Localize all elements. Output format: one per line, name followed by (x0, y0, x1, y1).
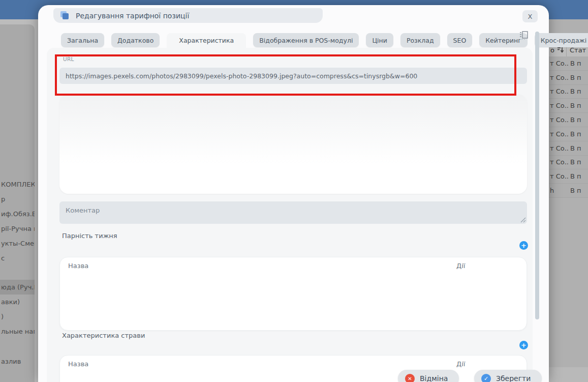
tab-label: Загальна (67, 37, 98, 44)
cancel-button-label: Відміна (420, 374, 448, 382)
tab-label: Крос-продажі (541, 37, 587, 44)
sidebar-item-label: льные нап (1, 328, 35, 335)
tab-label: Додатково (117, 37, 153, 44)
cancel-icon: ✕ (405, 374, 415, 382)
actions-column-header: Дії (456, 262, 465, 270)
tab[interactable]: Характеристика (167, 33, 246, 48)
background-left-area: КОМПЛЕК р иф.Обяз.Вв рії-Ручна ц укты-См… (0, 19, 38, 382)
table-row[interactable]: т Со... В п (549, 56, 588, 71)
row-name-cell: т Со... (549, 172, 569, 180)
tab-bar: Загальна Додатково Характеристика Відобр… (61, 33, 588, 48)
sidebar-item[interactable]: азлив (0, 354, 35, 369)
save-button[interactable]: ✓ Зберегти (474, 370, 542, 382)
sidebar-item-label: ) (1, 313, 4, 320)
tab-content-panel: URL Парність тижня + Назва Дії Характери… (47, 48, 533, 382)
name-column-header: Назва (68, 262, 88, 270)
sidebar-item[interactable]: укты-Смен (0, 236, 35, 251)
tab-label: Характеристика (179, 37, 234, 44)
sidebar-item[interactable]: рії-Ручна ц (0, 221, 35, 236)
tab-label: Кейтеринг (485, 37, 521, 44)
comment-textarea[interactable] (59, 201, 527, 224)
duplicate-form-icon[interactable] (519, 31, 529, 41)
background-table-area: о Стат т Со... В п т Со... В п т Со... В… (549, 19, 588, 382)
row-name-cell: т Со... (549, 87, 569, 95)
row-status-cell: В п (569, 116, 581, 124)
row-status-cell: В п (569, 87, 581, 95)
sidebar-item-label: КОМПЛЕК (1, 181, 35, 188)
url-input[interactable] (59, 68, 527, 84)
tab[interactable]: Додатково (111, 33, 160, 47)
add-week-parity-button[interactable]: + (519, 241, 528, 250)
tab[interactable]: Ціни (366, 33, 393, 47)
sidebar-item[interactable]: ) (0, 309, 35, 324)
row-name-cell: т Со... (549, 158, 569, 166)
row-name-cell: т Со... (549, 60, 569, 67)
edit-tariff-position-modal: Редагування тарифної позиції X Загальна … (38, 5, 549, 382)
week-parity-label: Парність тижня (62, 232, 117, 240)
screen: КОМПЛЕК р иф.Обяз.Вв рії-Ручна ц укты-См… (0, 0, 588, 382)
dish-characteristics-label: Характеристика страви (62, 332, 145, 339)
tab-label: Ціни (372, 37, 387, 44)
sidebar-item-label: иф.Обяз.Вв (1, 210, 35, 218)
background-sidebar-list: КОМПЛЕК р иф.Обяз.Вв рії-Ручна ц укты-См… (0, 177, 35, 369)
table-row[interactable]: т Со... В п (549, 169, 588, 184)
table-row[interactable]: h В п (549, 184, 588, 198)
row-status-cell: В п (569, 144, 581, 152)
sidebar-item[interactable]: иф.Обяз.Вв (0, 207, 35, 221)
row-status-cell: В п (569, 158, 581, 166)
row-name-cell: т Со... (549, 116, 569, 124)
row-name-cell: т Со... (549, 130, 569, 138)
sidebar-item[interactable]: юда (Руч.Ц (0, 280, 35, 295)
table-row[interactable]: т Со... В п (549, 141, 588, 156)
table-row[interactable]: т Со... В п (549, 113, 588, 127)
modal-title-bar: Редагування тарифної позиції (53, 8, 323, 23)
actions-column-header: Дії (456, 360, 465, 368)
name-column-header: Назва (68, 360, 88, 368)
sidebar-item[interactable]: КОМПЛЕК (0, 177, 35, 192)
table-row[interactable]: т Со... В п (549, 127, 588, 141)
modal-title: Редагування тарифної позиції (76, 12, 189, 20)
background-bottom-band (549, 367, 588, 382)
save-icon: ✓ (481, 374, 491, 382)
tab[interactable]: Загальна (61, 33, 104, 47)
sidebar-item[interactable]: с (0, 251, 35, 266)
row-name-cell: т Со... (549, 74, 569, 81)
background-table-rows: т Со... В п т Со... В п т Со... В п т Со… (549, 56, 588, 198)
tab[interactable]: Відображення в POS-модулі (253, 33, 359, 47)
table-row[interactable]: т Со... В п (549, 85, 588, 99)
modal-scrollbar[interactable] (535, 32, 539, 319)
url-field-label: URL (63, 56, 74, 62)
dish-characteristics-table-header: Назва Дії (60, 356, 527, 373)
tab-label: Розклад (407, 37, 434, 44)
sidebar-item-label: рії-Ручна ц (1, 225, 35, 232)
tab[interactable]: Крос-продажі (535, 33, 588, 47)
table-row[interactable]: т Со... В п (549, 99, 588, 113)
sidebar-item-label: юда (Руч.Ц (1, 283, 35, 291)
row-name-cell: т Со... (549, 102, 569, 109)
sidebar-item-label: укты-Смен (1, 240, 35, 247)
sidebar-item[interactable]: авки) (0, 295, 35, 309)
sidebar-item-label: р (1, 195, 5, 203)
row-status-cell: В п (569, 187, 581, 194)
table-row[interactable]: т Со... В п (549, 71, 588, 85)
sidebar-item[interactable]: льные нап (0, 324, 35, 339)
add-dish-characteristic-button[interactable]: + (519, 341, 528, 349)
tab[interactable]: Розклад (400, 33, 440, 47)
cancel-button[interactable]: ✕ Відміна (398, 370, 459, 382)
sidebar-item-label: авки) (1, 298, 20, 306)
sidebar-item[interactable]: р (0, 192, 35, 207)
row-status-cell: В п (569, 102, 581, 109)
week-parity-table: Назва Дії (59, 257, 527, 331)
dish-icon (60, 11, 70, 20)
row-status-cell: В п (569, 74, 581, 81)
tab-label: Відображення в POS-модулі (259, 37, 353, 44)
image-preview-area (59, 94, 527, 194)
tab[interactable]: SEO (447, 33, 473, 47)
sidebar-item-label: азлив (1, 358, 21, 365)
table-row[interactable]: т Со... В п (549, 156, 588, 170)
row-status-cell: В п (569, 60, 581, 67)
close-button[interactable]: X (522, 10, 538, 22)
row-status-cell: В п (569, 172, 581, 180)
sidebar-item-label: с (1, 254, 5, 262)
week-parity-table-header: Назва Дії (60, 257, 527, 275)
